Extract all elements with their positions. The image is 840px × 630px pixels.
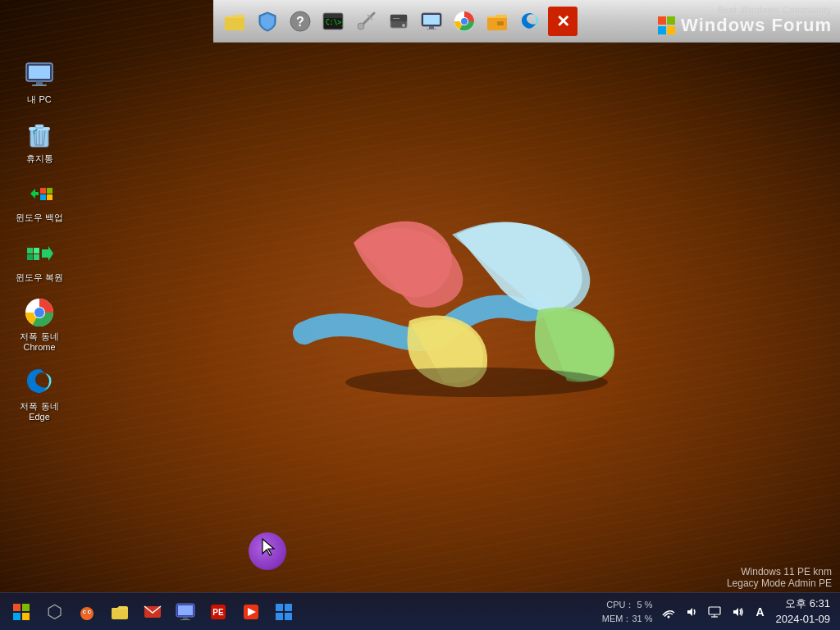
svg-rect-67 (276, 613, 283, 620)
windows-restore-icon (23, 237, 56, 270)
tray-volume-icon[interactable] (728, 603, 746, 621)
svg-point-21 (461, 18, 468, 25)
edge-label: 저폭 동네 Edge (20, 401, 58, 422)
desktop-icon-windows-backup[interactable]: 윈도우 백업 (7, 174, 72, 226)
toolbar-folder-icon[interactable] (220, 7, 249, 36)
svg-rect-27 (32, 84, 47, 86)
svg-text:?: ? (296, 15, 304, 29)
tray-monitor2-icon[interactable] (705, 603, 724, 621)
svg-point-54 (89, 611, 91, 613)
svg-point-8 (358, 23, 364, 30)
clock[interactable]: 오후 6:31 2024-01-09 (776, 596, 831, 626)
tray-keyboard-icon[interactable]: A (751, 603, 769, 621)
sysinfo-overlay: Windows 11 PE knm Legacy Mode Admin PE (727, 566, 832, 589)
desktop-icon-recycle-bin[interactable]: 휴지통 (7, 115, 72, 167)
svg-text:PE: PE (212, 608, 224, 617)
windows-restore-label: 윈도우 복원 (16, 272, 63, 283)
svg-rect-66 (285, 604, 292, 611)
taskbar-app-hexagon[interactable]: ⬡ (39, 597, 69, 627)
mem-info: MEM：31 % (602, 612, 653, 626)
desktop-icon-chrome[interactable]: 저폭 동네 Chrome (7, 293, 72, 356)
cpu-info: CPU： 5 % (602, 598, 653, 612)
desktop-icon-my-pc[interactable]: 내 PC (7, 56, 72, 108)
taskbar-right: CPU： 5 % MEM：31 % (592, 596, 840, 626)
clock-time: 오후 6:31 (776, 596, 831, 611)
taskbar-app-remote[interactable] (236, 597, 266, 627)
desktop: ? C:\>_ (0, 0, 840, 630)
edge-icon (23, 366, 56, 399)
svg-rect-47 (22, 604, 30, 611)
svg-point-13 (402, 24, 405, 27)
taskbar-app-folder[interactable] (105, 597, 135, 627)
svg-rect-1 (225, 18, 244, 30)
svg-rect-46 (13, 604, 21, 611)
svg-rect-26 (36, 81, 43, 84)
svg-line-33 (43, 130, 43, 145)
mouse-cursor (261, 537, 277, 554)
svg-rect-48 (13, 613, 21, 620)
tray-network-icon[interactable] (660, 603, 678, 621)
recycle-bin-label: 휴지통 (26, 153, 53, 164)
svg-text:C:\>_: C:\>_ (326, 19, 345, 26)
svg-point-53 (84, 611, 86, 613)
chrome-icon (23, 296, 56, 329)
clock-date: 2024-01-09 (776, 612, 831, 627)
svg-point-45 (345, 368, 608, 397)
my-pc-icon (23, 59, 56, 92)
toolbar-edge-icon[interactable] (515, 7, 545, 36)
taskbar-app-mascot[interactable] (72, 597, 102, 627)
taskbar-app-mail[interactable] (138, 597, 167, 627)
svg-rect-70 (709, 607, 720, 614)
taskbar-app-monitor[interactable] (171, 597, 200, 627)
svg-rect-60 (180, 619, 190, 620)
svg-point-50 (80, 607, 94, 620)
svg-rect-40 (27, 254, 33, 260)
toolbar-help-icon[interactable]: ? (285, 7, 315, 36)
svg-rect-18 (427, 29, 436, 30)
start-button[interactable] (7, 597, 36, 627)
svg-line-10 (371, 13, 374, 16)
svg-rect-37 (47, 194, 52, 200)
svg-line-32 (36, 130, 37, 145)
taskbar-app-redapp[interactable]: PE (203, 597, 233, 627)
svg-rect-55 (112, 608, 128, 619)
toolbar-shield-icon[interactable] (253, 7, 282, 36)
taskbar: ⬡ (0, 592, 840, 630)
svg-rect-34 (40, 188, 46, 194)
svg-rect-17 (429, 26, 434, 29)
taskbar-app-windows[interactable] (269, 597, 299, 627)
svg-rect-25 (29, 66, 50, 79)
desktop-icon-windows-restore[interactable]: 윈도우 복원 (7, 234, 72, 286)
taskbar-left: ⬡ (0, 597, 592, 627)
toolbar-close-button[interactable]: ✕ (548, 7, 578, 36)
svg-rect-35 (47, 188, 52, 194)
svg-rect-58 (178, 605, 193, 615)
svg-rect-68 (285, 613, 292, 620)
toolbar-terminal-icon[interactable]: C:\>_ (318, 7, 348, 36)
svg-rect-30 (35, 125, 43, 128)
tray-speaker-icon[interactable] (682, 603, 701, 621)
toolbar: ? C:\>_ (213, 0, 840, 43)
svg-rect-65 (276, 604, 283, 611)
toolbar-drive-icon[interactable] (384, 7, 413, 36)
svg-rect-14 (393, 18, 399, 19)
toolbar-folder2-icon[interactable] (482, 7, 512, 36)
my-pc-label: 내 PC (27, 94, 51, 105)
svg-rect-59 (183, 617, 188, 619)
svg-point-69 (667, 615, 669, 618)
toolbar-tools-icon[interactable] (351, 7, 381, 36)
toolbar-chrome-icon[interactable] (450, 7, 479, 36)
purple-circle (249, 532, 286, 570)
chrome-label: 저폭 동네 Chrome (20, 331, 58, 353)
svg-rect-5 (324, 14, 342, 18)
system-info: CPU： 5 % MEM：31 % (602, 598, 653, 625)
svg-rect-38 (27, 248, 33, 253)
center-windows-logo (288, 169, 665, 399)
desktop-icon-edge[interactable]: 저폭 동네 Edge (7, 363, 72, 426)
svg-rect-23 (497, 21, 504, 25)
svg-rect-49 (22, 613, 30, 620)
windows-backup-label: 윈도우 백업 (16, 212, 63, 223)
svg-rect-41 (34, 254, 39, 260)
svg-point-44 (34, 308, 44, 317)
toolbar-monitor-icon[interactable] (417, 7, 446, 36)
